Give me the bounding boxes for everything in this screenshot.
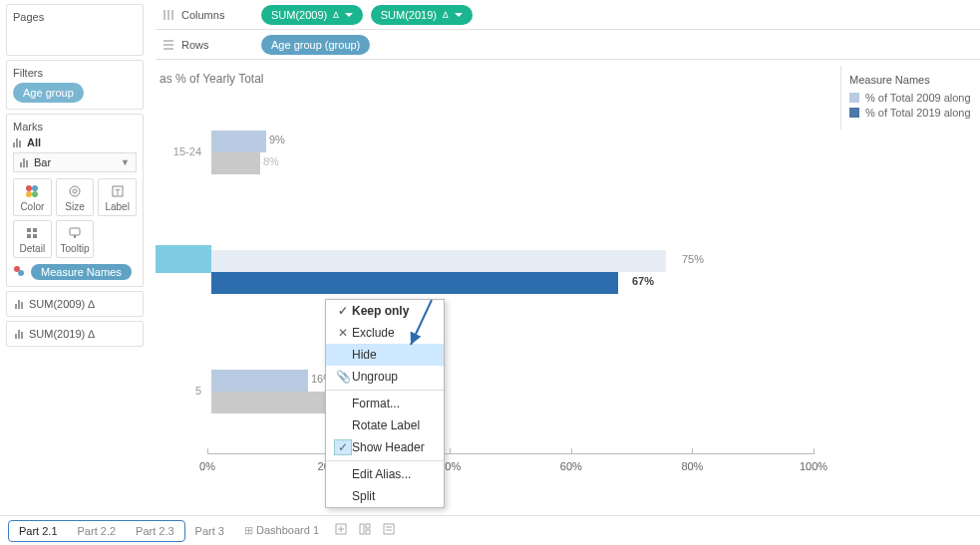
tab-part-2-3[interactable]: Part 2.3 bbox=[126, 521, 184, 541]
columns-text: Columns bbox=[181, 9, 224, 21]
row-header-1-selected[interactable] bbox=[156, 245, 211, 273]
tick-5: 100% bbox=[800, 460, 827, 472]
bar-label-row1-2019: 67% bbox=[632, 275, 654, 287]
filter-pill-age-group[interactable]: Age group bbox=[13, 83, 84, 103]
marks-detail-button[interactable]: Detail bbox=[13, 220, 52, 258]
ctx-split[interactable]: Split bbox=[326, 485, 444, 507]
column-pill-0[interactable]: SUM(2009) ∆ bbox=[261, 5, 363, 25]
columns-shelf[interactable]: Columns SUM(2009) ∆ SUM(2019) ∆ bbox=[156, 0, 980, 30]
column-pill-1[interactable]: SUM(2019) ∆ bbox=[371, 5, 473, 25]
caret-down-icon[interactable] bbox=[345, 13, 353, 17]
marks-type-dropdown[interactable]: Bar ▼ bbox=[13, 152, 137, 172]
svg-point-6 bbox=[26, 185, 32, 191]
svg-rect-15 bbox=[33, 228, 37, 232]
left-sidebar: Pages Filters Age group Marks All Bar ▼ … bbox=[0, 0, 150, 351]
close-icon: ✕ bbox=[334, 326, 352, 340]
ctx-ungroup[interactable]: 📎Ungroup bbox=[326, 366, 444, 388]
ctx-keep-only[interactable]: ✓Keep only bbox=[326, 300, 444, 322]
marks-size-button[interactable]: Size bbox=[56, 178, 95, 216]
svg-rect-14 bbox=[27, 228, 31, 232]
svg-rect-26 bbox=[366, 524, 370, 528]
tick-3: 60% bbox=[560, 460, 582, 472]
bar-label-row1-2009: 75% bbox=[682, 253, 704, 265]
tab-part-2-1[interactable]: Part 2.1 bbox=[9, 521, 68, 541]
legend-item-0[interactable]: % of Total 2009 along bbox=[849, 92, 972, 104]
rows-icon bbox=[163, 40, 175, 50]
x-axis: 0% 20% 40% 60% 80% 100% bbox=[207, 453, 814, 454]
context-menu: ✓Keep only ✕Exclude Hide 📎Ungroup Format… bbox=[325, 299, 445, 508]
tab-part-3[interactable]: Part 3 bbox=[185, 521, 234, 541]
ctx-separator bbox=[326, 390, 444, 391]
legend-title: Measure Names bbox=[849, 74, 972, 86]
bar-row2-2009[interactable] bbox=[211, 370, 308, 392]
svg-rect-25 bbox=[360, 524, 364, 534]
ctx-hide[interactable]: Hide bbox=[326, 344, 444, 366]
marks-label-button[interactable]: T Label bbox=[98, 178, 137, 216]
tick-4: 80% bbox=[681, 460, 703, 472]
color-legend-icon bbox=[13, 265, 25, 279]
rows-text: Rows bbox=[181, 39, 209, 51]
row-header-0[interactable]: 15-24 bbox=[156, 145, 207, 157]
ctx-rotate-label[interactable]: Rotate Label bbox=[326, 414, 444, 436]
pages-shelf[interactable]: Pages bbox=[6, 4, 144, 56]
marks-tooltip-button[interactable]: Tooltip bbox=[56, 220, 95, 258]
new-story-button[interactable] bbox=[377, 519, 401, 542]
shelves: Columns SUM(2009) ∆ SUM(2019) ∆ Rows Age… bbox=[156, 0, 980, 60]
color-icon bbox=[25, 183, 39, 199]
viz-canvas: as % of Yearly Total 15-24 9% 8% 75% 67%… bbox=[156, 66, 833, 494]
new-worksheet-button[interactable] bbox=[329, 519, 353, 542]
marks-title: Marks bbox=[13, 121, 137, 133]
marks-color-button[interactable]: Color bbox=[13, 178, 52, 216]
svg-point-10 bbox=[70, 186, 80, 196]
rows-label: Rows bbox=[163, 39, 253, 51]
ctx-separator bbox=[326, 460, 444, 461]
legend-item-1[interactable]: % of Total 2019 along bbox=[849, 107, 972, 119]
new-dashboard-button[interactable] bbox=[353, 519, 377, 542]
check-icon: ✓ bbox=[334, 439, 352, 455]
svg-rect-18 bbox=[70, 228, 80, 235]
label-icon: T bbox=[111, 183, 125, 199]
ctx-show-header[interactable]: ✓Show Header bbox=[326, 436, 444, 458]
detail-icon bbox=[25, 225, 39, 241]
bar-chart-icon bbox=[13, 138, 21, 147]
tick-0: 0% bbox=[199, 460, 215, 472]
svg-rect-28 bbox=[384, 524, 394, 534]
ctx-format[interactable]: Format... bbox=[326, 393, 444, 414]
sum-2019-card[interactable]: SUM(2019) ∆ bbox=[6, 321, 144, 347]
check-icon: ✓ bbox=[334, 304, 352, 318]
bar-row1-2019[interactable] bbox=[211, 272, 618, 294]
marks-card: Marks All Bar ▼ Color Size T Label bbox=[6, 114, 144, 287]
filters-title: Filters bbox=[13, 67, 137, 79]
caret-down-icon[interactable] bbox=[455, 13, 463, 17]
tab-highlight-group: Part 2.1 Part 2.2 Part 2.3 bbox=[8, 520, 185, 542]
marks-all-row[interactable]: All bbox=[13, 136, 137, 148]
row-header-2[interactable]: 5 bbox=[156, 385, 207, 397]
sheet-tabs: Part 2.1 Part 2.2 Part 2.3 Part 3 ⊞ Dash… bbox=[0, 515, 980, 545]
dashboard-icon: ⊞ bbox=[244, 524, 253, 536]
paperclip-icon: 📎 bbox=[334, 370, 352, 384]
svg-point-11 bbox=[73, 189, 77, 193]
svg-point-9 bbox=[32, 191, 38, 197]
viz-title: as % of Yearly Total bbox=[156, 66, 833, 92]
size-icon bbox=[68, 183, 82, 199]
tab-dashboard-1[interactable]: ⊞ Dashboard 1 bbox=[234, 520, 329, 541]
bar-row0-2009[interactable] bbox=[211, 131, 266, 152]
bar-chart-icon bbox=[20, 158, 28, 167]
bar-label-row0-2009: 9% bbox=[269, 134, 285, 145]
measure-names-pill[interactable]: Measure Names bbox=[31, 264, 132, 280]
filters-shelf[interactable]: Filters Age group bbox=[6, 60, 144, 110]
svg-point-20 bbox=[18, 270, 24, 276]
bar-label-row0-2019: 8% bbox=[263, 155, 279, 167]
svg-rect-27 bbox=[366, 530, 370, 534]
bar-row0-2019[interactable] bbox=[211, 152, 260, 174]
chart-area[interactable]: 15-24 9% 8% 75% 67% 5 16% 25% 0% 20% 40%… bbox=[156, 96, 833, 474]
sum-2009-card[interactable]: SUM(2009) ∆ bbox=[6, 291, 144, 317]
bar-row1-2009[interactable] bbox=[211, 250, 666, 272]
rows-shelf[interactable]: Rows Age group (group) bbox=[156, 30, 980, 60]
tab-part-2-2[interactable]: Part 2.2 bbox=[68, 521, 127, 541]
ctx-edit-alias[interactable]: Edit Alias... bbox=[326, 463, 444, 485]
columns-icon bbox=[163, 10, 175, 20]
row-pill-0[interactable]: Age group (group) bbox=[261, 35, 370, 55]
ctx-exclude[interactable]: ✕Exclude bbox=[326, 322, 444, 344]
svg-rect-17 bbox=[33, 234, 37, 238]
